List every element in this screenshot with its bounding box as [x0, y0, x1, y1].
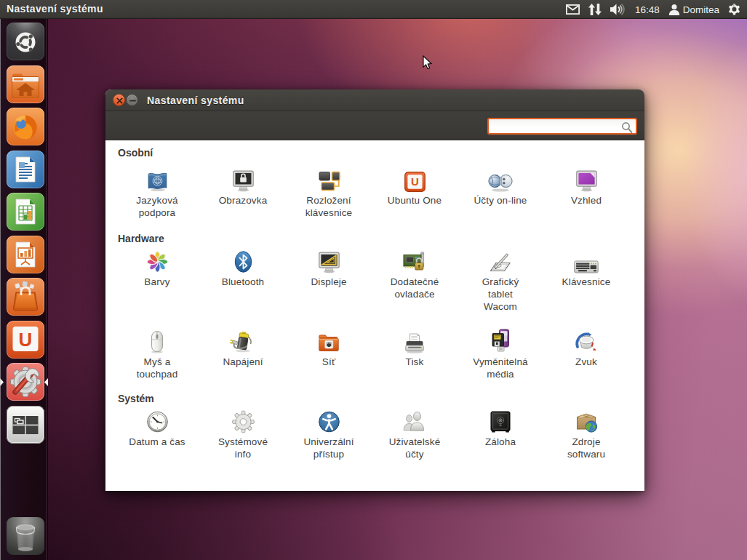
svg-text:U: U: [411, 175, 419, 188]
svg-text:U: U: [19, 329, 33, 351]
